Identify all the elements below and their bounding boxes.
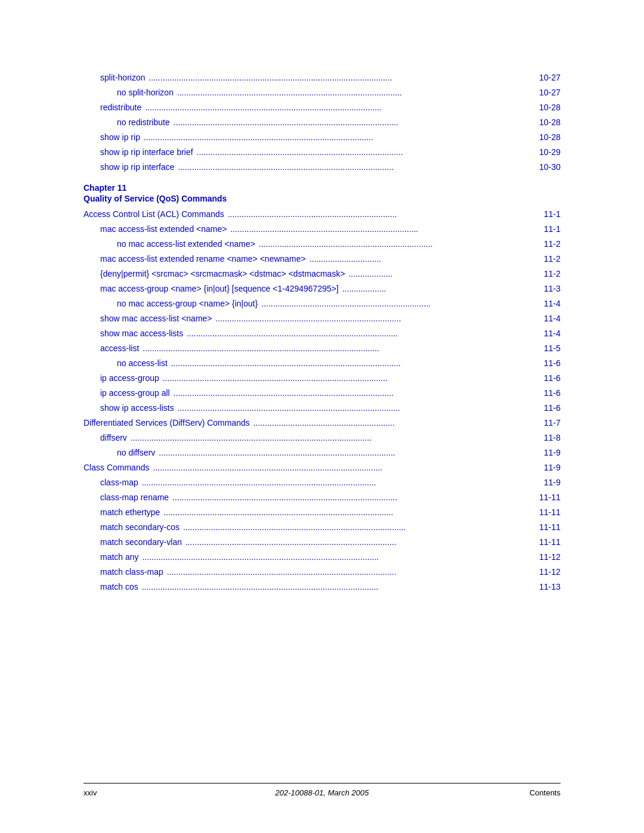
- toc-row-mac-access-group[interactable]: mac access-group <name> {in|out} [sequen…: [100, 283, 561, 295]
- toc-link[interactable]: no redistribute: [117, 116, 170, 129]
- toc-dots: ........................................…: [140, 581, 538, 593]
- toc-link[interactable]: match ethertype: [100, 506, 160, 519]
- toc-row-no-redistribute[interactable]: no redistribute ........................…: [117, 116, 561, 129]
- toc-link[interactable]: access-list: [100, 342, 139, 355]
- toc-row-split-horizon[interactable]: split-horizon ..........................…: [100, 72, 561, 84]
- toc-link[interactable]: Differentiated Services (DiffServ) Comma…: [83, 417, 250, 429]
- toc-link[interactable]: diffserv: [100, 432, 127, 444]
- toc-row-no-mac-access-list-extended-name[interactable]: no mac access-list extended <name> .....…: [117, 238, 561, 250]
- toc-page: 11-11: [539, 506, 561, 519]
- toc-link[interactable]: show mac access-list <name>: [100, 312, 212, 325]
- toc-row-match-cos[interactable]: match cos ..............................…: [100, 581, 561, 593]
- toc-dots: ........................................…: [256, 238, 543, 250]
- toc-row-show-ip-access-lists[interactable]: show ip access-lists ...................…: [100, 402, 561, 414]
- toc-link[interactable]: mac access-list extended <name>: [100, 223, 227, 236]
- toc-row-ip-access-group[interactable]: ip access-group ........................…: [100, 372, 561, 385]
- toc-row-match-any[interactable]: match any ..............................…: [100, 551, 561, 563]
- toc-link[interactable]: no diffserv: [117, 447, 155, 459]
- toc-link[interactable]: no mac access-group <name> {in|out}: [117, 298, 258, 310]
- toc-link[interactable]: ip access-group all: [100, 387, 170, 400]
- toc-link[interactable]: redistribute: [100, 101, 141, 114]
- toc-page: 11-9: [544, 462, 561, 474]
- toc-dots: ........................................…: [146, 72, 538, 84]
- toc-page: 11-2: [544, 268, 561, 280]
- toc-link[interactable]: show ip rip: [100, 131, 140, 144]
- toc-page: 11-4: [544, 312, 561, 325]
- toc-link[interactable]: no access-list: [117, 357, 168, 370]
- toc-link[interactable]: show ip rip interface brief: [100, 146, 193, 159]
- toc-page: 11-4: [544, 327, 561, 340]
- toc-row-no-diffserv[interactable]: no diffserv ............................…: [117, 447, 561, 459]
- toc-link[interactable]: match class-map: [100, 566, 163, 578]
- toc-row-redistribute[interactable]: redistribute ...........................…: [100, 101, 561, 114]
- toc-row-diffserv[interactable]: diffserv ...............................…: [100, 432, 561, 444]
- toc-link[interactable]: show mac access-lists: [100, 327, 183, 340]
- toc-link[interactable]: match any: [100, 551, 139, 563]
- toc-link[interactable]: show ip rip interface: [100, 161, 175, 174]
- toc-dots: ........................................…: [213, 312, 543, 325]
- toc-link[interactable]: match secondary-cos: [100, 521, 179, 534]
- toc-dots: ........................................…: [143, 101, 538, 114]
- toc-row-deny-permit[interactable]: {deny|permit} <srcmac> <srcmacmask> <dst…: [100, 268, 561, 280]
- toc-row-acl-commands[interactable]: Access Control List (ACL) Commands .....…: [83, 208, 561, 221]
- toc-row-no-access-list[interactable]: no access-list .........................…: [117, 357, 561, 370]
- toc-page: 11-11: [539, 521, 561, 534]
- toc-dots: ........................................…: [140, 476, 543, 489]
- toc-page: 10-28: [539, 116, 561, 129]
- toc-row-diffserv-commands[interactable]: Differentiated Services (DiffServ) Comma…: [83, 417, 561, 429]
- toc-link[interactable]: mac access-group <name> {in|out} [sequen…: [100, 283, 339, 295]
- toc-page: 11-4: [544, 298, 561, 310]
- toc-row-show-ip-rip[interactable]: show ip rip ............................…: [100, 131, 561, 144]
- toc-row-class-map[interactable]: class-map ..............................…: [100, 476, 561, 489]
- toc-row-ip-access-group-all[interactable]: ip access-group all ....................…: [100, 387, 561, 400]
- chapter-11-toc: Access Control List (ACL) Commands .....…: [83, 208, 561, 593]
- toc-link[interactable]: show ip access-lists: [100, 402, 174, 414]
- toc-link[interactable]: class-map: [100, 476, 138, 489]
- top-section: split-horizon ..........................…: [83, 72, 561, 174]
- toc-link[interactable]: {deny|permit} <srcmac> <srcmacmask> <dst…: [100, 268, 345, 280]
- toc-row-show-ip-rip-interface[interactable]: show ip rip interface ..................…: [100, 161, 561, 174]
- toc-page: 11-1: [544, 223, 561, 236]
- toc-row-show-ip-rip-interface-brief[interactable]: show ip rip interface brief ............…: [100, 146, 561, 159]
- toc-row-no-mac-access-group[interactable]: no mac access-group <name> {in|out} ....…: [117, 298, 561, 310]
- toc-dots: ........................................…: [140, 551, 538, 563]
- toc-dots: ........................................…: [169, 357, 543, 370]
- toc-row-show-mac-access-list-name[interactable]: show mac access-list <name> ............…: [100, 312, 561, 325]
- toc-row-class-commands[interactable]: Class Commands .........................…: [83, 462, 561, 474]
- toc-link[interactable]: match secondary-vlan: [100, 536, 182, 549]
- toc-page: 11-6: [544, 402, 561, 414]
- toc-row-match-class-map[interactable]: match class-map ........................…: [100, 566, 561, 578]
- toc-dots: ........................................…: [140, 342, 543, 355]
- toc-row-match-secondary-vlan[interactable]: match secondary-vlan ...................…: [100, 536, 561, 549]
- toc-link[interactable]: split-horizon: [100, 72, 145, 84]
- toc-row-mac-access-list-extended-name[interactable]: mac access-list extended <name> ........…: [100, 223, 561, 236]
- toc-page: 11-12: [539, 551, 561, 563]
- toc-link[interactable]: Class Commands: [83, 462, 149, 474]
- toc-dots: ........................................…: [171, 387, 543, 400]
- footer-document-id: 202-10088-01, March 2005: [275, 788, 369, 797]
- toc-link[interactable]: match cos: [100, 581, 138, 593]
- toc-dots: ...................: [346, 268, 543, 280]
- toc-row-no-split-horizon[interactable]: no split-horizon .......................…: [117, 86, 561, 99]
- toc-dots: ........................................…: [156, 447, 543, 459]
- chapter-title: Quality of Service (QoS) Commands: [83, 194, 561, 203]
- toc-link[interactable]: ip access-group: [100, 372, 159, 385]
- toc-link[interactable]: Access Control List (ACL) Commands: [83, 208, 224, 221]
- toc-row-match-secondary-cos[interactable]: match secondary-cos ....................…: [100, 521, 561, 534]
- footer-section-name: Contents: [530, 788, 561, 797]
- toc-dots: ........................................…: [228, 223, 543, 236]
- toc-row-class-map-rename[interactable]: class-map rename .......................…: [100, 491, 561, 504]
- toc-row-match-ethertype[interactable]: match ethertype ........................…: [100, 506, 561, 519]
- toc-link[interactable]: no split-horizon: [117, 86, 174, 99]
- toc-page: 11-9: [544, 476, 561, 489]
- footer-page-number: xxiv: [83, 788, 97, 797]
- toc-row-show-mac-access-lists[interactable]: show mac access-lists ..................…: [100, 327, 561, 340]
- toc-link[interactable]: mac access-list extended rename <name> <…: [100, 253, 306, 265]
- toc-page: 10-27: [539, 86, 561, 99]
- chapter-label: Chapter 11: [83, 183, 561, 193]
- toc-link[interactable]: class-map rename: [100, 491, 169, 504]
- toc-page: 10-28: [539, 131, 561, 144]
- toc-row-access-list[interactable]: access-list ............................…: [100, 342, 561, 355]
- toc-link[interactable]: no mac access-list extended <name>: [117, 238, 255, 250]
- toc-row-mac-access-list-extended-rename[interactable]: mac access-list extended rename <name> <…: [100, 253, 561, 265]
